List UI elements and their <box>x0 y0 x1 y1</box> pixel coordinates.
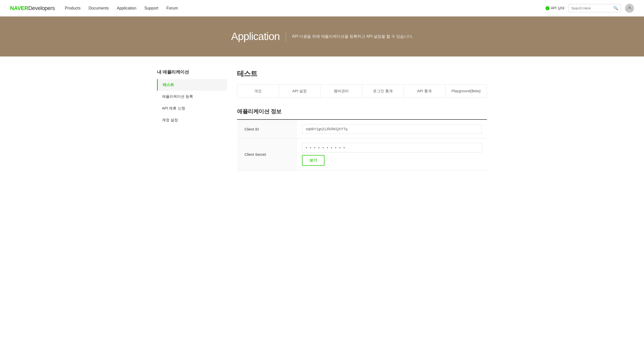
sidebar-item-register[interactable]: 애플리케이션 등록 <box>157 91 227 102</box>
hero-title: Application <box>231 30 280 42</box>
client-secret-input <box>302 143 482 152</box>
logo-naver: NAVER <box>10 5 28 12</box>
sidebar-item-account-settings[interactable]: 계정 설정 <box>157 114 227 126</box>
tab-login-stats[interactable]: 로그인 통계 <box>362 85 404 98</box>
client-id-input[interactable] <box>302 124 482 134</box>
sidebar-item-test[interactable]: 테스트 <box>157 79 227 91</box>
content-area: 테스트 개요 API 설정 멤버관리 로그인 통계 API 통계 Playgro… <box>237 69 487 170</box>
main-container: 내 애플리케이션 테스트 애플리케이션 등록 API 제휴 신청 계정 설정 테… <box>147 56 497 183</box>
user-avatar[interactable] <box>625 4 634 13</box>
hero-divider <box>286 32 286 42</box>
api-status-label: API 상태 <box>551 6 564 10</box>
header-left: NAVER Developers Products Documents Appl… <box>10 5 178 12</box>
nav-item-documents[interactable]: Documents <box>88 5 109 12</box>
tabs: 개요 API 설정 멤버관리 로그인 통계 API 통계 Playground(… <box>237 84 487 98</box>
sidebar-section-title: 내 애플리케이션 <box>157 69 227 75</box>
view-secret-button[interactable]: 보기 <box>302 155 324 166</box>
hero-banner: Application API 이용을 위해 애플리케이션을 등록하고 API … <box>0 16 644 56</box>
client-id-row: Client ID <box>237 120 487 138</box>
tab-overview[interactable]: 개요 <box>237 85 279 98</box>
tab-api-settings[interactable]: API 설정 <box>279 85 321 98</box>
search-input[interactable] <box>571 6 611 10</box>
client-id-label: Client ID <box>237 120 297 138</box>
sidebar-item-api-request[interactable]: API 제휴 신청 <box>157 102 227 114</box>
main-nav: Products Documents Application Support F… <box>65 5 178 12</box>
tab-member-management[interactable]: 멤버관리 <box>320 85 362 98</box>
header-right: API 상태 🔍 <box>546 4 634 13</box>
nav-item-support[interactable]: Support <box>144 5 158 12</box>
sidebar: 내 애플리케이션 테스트 애플리케이션 등록 API 제휴 신청 계정 설정 <box>157 69 227 170</box>
client-secret-value: 보기 <box>297 138 487 170</box>
hero-subtitle: API 이용을 위해 애플리케이션을 등록하고 API 설정을 할 수 있습니다… <box>292 34 413 39</box>
nav-item-forum[interactable]: Forum <box>166 5 178 12</box>
client-secret-label: Client Secret <box>237 138 297 170</box>
nav-item-products[interactable]: Products <box>65 5 80 12</box>
search-icon: 🔍 <box>613 6 618 10</box>
client-id-value <box>297 120 487 138</box>
tab-playground[interactable]: Playground(Beta) <box>446 85 487 98</box>
logo-light: Developers <box>28 5 55 12</box>
api-status-icon <box>546 6 550 10</box>
search-box[interactable]: 🔍 <box>568 4 621 12</box>
client-secret-row: Client Secret 보기 <box>237 138 487 170</box>
section-title: 애플리케이션 정보 <box>237 108 487 115</box>
logo[interactable]: NAVER Developers <box>10 5 55 12</box>
app-info-table: Client ID Client Secret 보기 <box>237 119 487 170</box>
tab-api-stats[interactable]: API 통계 <box>404 85 446 98</box>
page-title: 테스트 <box>237 69 487 78</box>
hero-content: Application API 이용을 위해 애플리케이션을 등록하고 API … <box>231 30 413 42</box>
header: NAVER Developers Products Documents Appl… <box>0 0 644 16</box>
nav-item-application[interactable]: Application <box>117 5 136 12</box>
api-status[interactable]: API 상태 <box>546 6 564 10</box>
